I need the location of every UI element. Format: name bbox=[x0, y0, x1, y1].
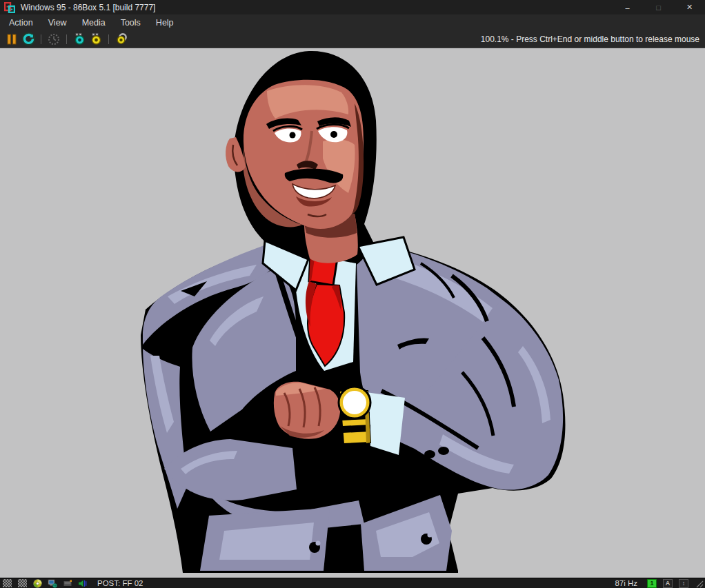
sound-icon[interactable] bbox=[78, 579, 88, 587]
toolbar-separator bbox=[108, 34, 109, 44]
menu-help[interactable]: Help bbox=[148, 16, 181, 30]
acpi-shutdown-icon bbox=[48, 33, 60, 45]
menubar: Action View Media Tools Help bbox=[0, 14, 705, 30]
floppy-b-icon[interactable] bbox=[17, 579, 27, 587]
floppy-a-icon[interactable] bbox=[2, 579, 12, 587]
close-button[interactable]: ✕ bbox=[674, 0, 705, 14]
watch-face bbox=[343, 391, 366, 414]
settings-button[interactable] bbox=[113, 32, 130, 47]
menu-action[interactable]: Action bbox=[1, 16, 41, 30]
acpi-shutdown-button[interactable] bbox=[46, 32, 62, 47]
hard-reset-button[interactable] bbox=[20, 32, 37, 47]
statusbar: POST: FF 02 87i Hz 1 A ↕ bbox=[0, 578, 705, 588]
shirt-cuff bbox=[366, 392, 405, 455]
gold-watch bbox=[339, 387, 370, 444]
pause-button[interactable] bbox=[3, 32, 20, 47]
settings-gear-icon bbox=[115, 32, 128, 45]
menu-media[interactable]: Media bbox=[75, 16, 113, 30]
toolbar-separator bbox=[41, 34, 41, 44]
resize-grip[interactable] bbox=[695, 579, 704, 588]
fist bbox=[274, 382, 340, 439]
ctrl-alt-del-icon bbox=[73, 32, 86, 45]
mouse-capture-status: 100.1% - Press Ctrl+End or middle button… bbox=[481, 34, 699, 44]
ctrl-alt-esc-icon bbox=[90, 32, 103, 45]
window-title: Windows 95 - 86Box 5.1 [build 7777] bbox=[21, 3, 155, 12]
maximize-button[interactable]: □ bbox=[643, 0, 674, 14]
hard-disk-icon[interactable] bbox=[63, 579, 72, 587]
post-code-text: POST: FF 02 bbox=[97, 579, 143, 587]
clipart-man bbox=[0, 48, 705, 578]
scroll-lock-indicator: ↕ bbox=[679, 579, 688, 588]
refresh-rate-text: 87i Hz bbox=[615, 579, 637, 587]
toolbar-separator bbox=[66, 34, 67, 44]
pause-icon bbox=[6, 33, 18, 45]
minimize-button[interactable]: – bbox=[612, 0, 643, 14]
86box-logo-icon bbox=[4, 2, 15, 13]
menu-tools[interactable]: Tools bbox=[113, 16, 148, 30]
caps-lock-indicator: A bbox=[663, 579, 673, 588]
network-icon[interactable] bbox=[48, 579, 57, 587]
cdrom-icon[interactable] bbox=[32, 579, 42, 587]
86box-window: Windows 95 - 86Box 5.1 [build 7777] – □ … bbox=[0, 0, 705, 588]
hard-reset-icon bbox=[22, 32, 35, 45]
toolbar: 100.1% - Press Ctrl+End or middle button… bbox=[0, 30, 705, 48]
ctrl-alt-del-button[interactable] bbox=[71, 32, 88, 47]
num-lock-indicator: 1 bbox=[647, 579, 657, 588]
emulator-display[interactable] bbox=[0, 48, 705, 578]
menu-view[interactable]: View bbox=[41, 16, 75, 30]
titlebar[interactable]: Windows 95 - 86Box 5.1 [build 7777] – □ … bbox=[0, 0, 705, 14]
ctrl-alt-esc-button[interactable] bbox=[88, 32, 104, 47]
